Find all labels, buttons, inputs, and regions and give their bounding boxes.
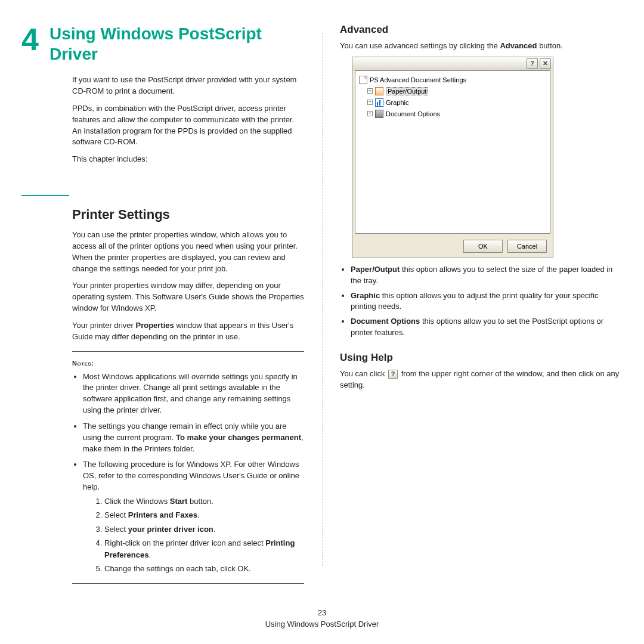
- step-2: Select Printers and Faxes.: [104, 509, 304, 521]
- advanced-dialog: ? ✕ PS Advanced Document Settings + Pape…: [352, 57, 553, 258]
- intro-para-3: This chapter includes:: [21, 154, 304, 165]
- footer-text: Using Windows PostScript Driver: [0, 620, 644, 628]
- help-button[interactable]: ?: [527, 58, 538, 69]
- expand-icon[interactable]: +: [367, 100, 373, 105]
- expand-icon[interactable]: +: [367, 88, 373, 94]
- document-icon: [359, 76, 367, 84]
- intro-para-1: If you want to use the PostScript driver…: [21, 75, 304, 97]
- tree-root[interactable]: PS Advanced Document Settings: [359, 75, 546, 85]
- opt-paper-output: Paper/Output this option allows you to s…: [351, 264, 623, 287]
- note-item-1: Most Windows applications will override …: [83, 371, 304, 416]
- cancel-button[interactable]: Cancel: [507, 240, 547, 253]
- ps-para-1: You can use the printer properties windo…: [72, 230, 304, 274]
- page-number: 23: [0, 608, 644, 617]
- step-4: Right-click on the printer driver icon a…: [104, 537, 304, 561]
- options-icon: [375, 110, 383, 118]
- dialog-titlebar: ? ✕: [352, 57, 553, 70]
- note-item-3: The following procedure is for Windows X…: [83, 459, 304, 575]
- using-help-para: You can click ? from the upper right cor…: [340, 369, 623, 391]
- notes-rule-top: [72, 351, 304, 352]
- using-help-heading: Using Help: [340, 352, 623, 364]
- notes-label: Notes:: [72, 358, 304, 369]
- tree-paper-output[interactable]: + Paper/Output: [359, 86, 546, 97]
- dialog-tree-pane: PS Advanced Document Settings + Paper/Ou…: [355, 70, 550, 234]
- chapter-number: 4: [21, 24, 39, 55]
- ps-para-2: Your printer properties window may diffe…: [72, 280, 304, 314]
- close-button[interactable]: ✕: [540, 58, 551, 69]
- ok-button[interactable]: OK: [463, 240, 503, 253]
- tree-graphic[interactable]: + Graphic: [359, 97, 546, 108]
- help-icon: ?: [388, 370, 398, 379]
- step-5: Change the settings on each tab, click O…: [104, 563, 304, 575]
- printer-settings-heading: Printer Settings: [21, 207, 304, 222]
- printer-icon: [375, 87, 383, 95]
- intro-para-2: PPDs, in combination with the PostScript…: [21, 103, 304, 148]
- note-item-2: The settings you change remain in effect…: [83, 421, 304, 455]
- opt-graphic: Graphic this option allows you to adjust…: [351, 290, 623, 313]
- chart-icon: [375, 98, 383, 107]
- opt-document-options: Document Options this options allow you …: [351, 316, 623, 339]
- page-footer: 23 Using Windows PostScript Driver: [0, 608, 644, 628]
- advanced-intro: You can use advanced settings by clickin…: [340, 41, 623, 52]
- ps-para-3: Your printer driver Properties window th…: [72, 320, 304, 343]
- tree-document-options[interactable]: + Document Options: [359, 109, 546, 119]
- expand-icon[interactable]: +: [367, 111, 373, 116]
- advanced-heading: Advanced: [340, 24, 623, 36]
- chapter-title: Using Windows PostScript Driver: [49, 24, 304, 64]
- section-accent-bar: [21, 195, 69, 196]
- step-1: Click the Windows Start button.: [104, 496, 304, 507]
- step-3: Select your printer driver icon.: [104, 524, 304, 535]
- notes-rule-bottom: [72, 583, 304, 584]
